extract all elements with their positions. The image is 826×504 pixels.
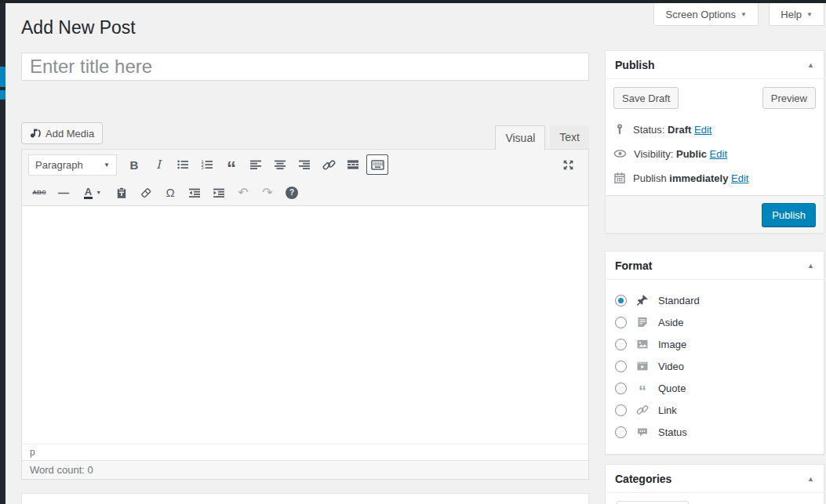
- bold-button[interactable]: B: [123, 154, 145, 175]
- radio-quote[interactable]: [615, 383, 627, 394]
- toolbar-row-2: ABC — A ▼: [28, 179, 588, 205]
- post-content-area[interactable]: [22, 206, 588, 444]
- keyboard-icon: [371, 158, 384, 172]
- media-buttons-row: Add Media Visual Text: [21, 121, 589, 149]
- format-option-link: Link: [615, 399, 814, 421]
- format-label: Quote: [658, 383, 686, 394]
- format-label: Link: [658, 404, 677, 416]
- text-color-button[interactable]: A ▼: [77, 183, 108, 203]
- add-media-label: Add Media: [45, 128, 94, 140]
- chevron-down-icon: ▼: [104, 161, 110, 169]
- publish-time-value: immediately: [669, 172, 728, 184]
- distraction-free-button[interactable]: [557, 154, 579, 175]
- format-label: Aside: [658, 317, 684, 328]
- blockquote-button[interactable]: “: [220, 154, 242, 175]
- text-color-icon: A: [84, 187, 93, 199]
- keyboard-shortcuts-button[interactable]: ?: [281, 183, 303, 203]
- calendar-icon: [613, 172, 626, 184]
- bulleted-list-button[interactable]: [172, 154, 194, 175]
- strikethrough-button[interactable]: ABC: [28, 183, 50, 203]
- pushpin-icon: [635, 294, 650, 306]
- italic-button[interactable]: I: [147, 154, 169, 175]
- tab-text-label: Text: [559, 131, 580, 143]
- format-label: Video: [658, 361, 684, 372]
- format-option-aside: Aside: [615, 311, 814, 333]
- redo-icon: ↷: [262, 185, 272, 200]
- add-new-post-page: Screen Options ▼ Help ▼ Add New Post Add…: [0, 0, 826, 504]
- outdent-icon: [188, 187, 201, 199]
- special-character-button[interactable]: Ω: [159, 183, 181, 203]
- preview-button[interactable]: Preview: [762, 87, 816, 109]
- paste-as-text-button[interactable]: [111, 183, 133, 203]
- svg-text:3: 3: [202, 165, 204, 170]
- bulleted-list-icon: [176, 158, 189, 171]
- speech-bubble-icon: [635, 426, 650, 438]
- format-panel-header[interactable]: Format ▲: [606, 252, 824, 280]
- edit-visibility-link[interactable]: Edit: [710, 148, 727, 160]
- horizontal-rule-button[interactable]: —: [53, 183, 75, 203]
- categories-panel-header[interactable]: Categories ▲: [606, 465, 824, 493]
- status-label: Status:: [633, 124, 664, 136]
- radio-aside[interactable]: [615, 317, 627, 328]
- format-option-quote: “ Quote: [615, 377, 814, 399]
- format-option-standard: Standard: [615, 289, 814, 311]
- outdent-button[interactable]: [184, 183, 206, 203]
- post-title-input[interactable]: [21, 53, 589, 81]
- next-metabox-partial: [21, 493, 589, 504]
- undo-icon: ↶: [238, 185, 248, 200]
- align-right-button[interactable]: [293, 154, 315, 175]
- link-icon: [322, 158, 336, 172]
- help-button[interactable]: Help ▼: [769, 3, 824, 26]
- eraser-icon: [140, 187, 152, 199]
- omega-icon: Ω: [166, 186, 174, 199]
- radio-standard[interactable]: [615, 295, 627, 306]
- publish-button[interactable]: Publish: [762, 203, 816, 227]
- editor-frame: Paragraph ▼ B I 123: [21, 149, 589, 480]
- editor-mode-tabs: Visual Text: [495, 125, 589, 149]
- link-chain-icon: [635, 404, 650, 416]
- edit-status-link[interactable]: Edit: [694, 124, 711, 136]
- tab-text[interactable]: Text: [550, 125, 589, 149]
- read-more-icon: [347, 158, 359, 171]
- format-panel-body: Standard Aside: [606, 280, 824, 454]
- strikethrough-icon: ABC: [32, 189, 45, 196]
- publish-time-label: Publish: [633, 172, 667, 184]
- quote-icon: “: [635, 382, 650, 394]
- tab-visual[interactable]: Visual: [495, 125, 545, 150]
- undo-button[interactable]: ↶: [232, 183, 254, 203]
- indent-button[interactable]: [208, 183, 230, 203]
- format-panel: Format ▲ Standard: [605, 251, 824, 455]
- align-left-button[interactable]: [245, 154, 267, 175]
- collapse-arrow-icon[interactable]: ▲: [807, 475, 814, 483]
- radio-image[interactable]: [615, 339, 627, 350]
- radio-video[interactable]: [615, 361, 627, 372]
- categories-tab-partial[interactable]: [617, 501, 689, 504]
- numbered-list-icon: 123: [201, 158, 213, 171]
- categories-panel-title: Categories: [615, 473, 671, 485]
- collapse-arrow-icon[interactable]: ▲: [807, 262, 814, 270]
- numbered-list-button[interactable]: 123: [196, 154, 218, 175]
- publish-panel-header[interactable]: Publish ▲: [606, 51, 824, 79]
- aside-icon: [635, 316, 650, 328]
- save-draft-button[interactable]: Save Draft: [613, 87, 679, 109]
- paragraph-format-select[interactable]: Paragraph ▼: [28, 154, 117, 176]
- collapse-arrow-icon[interactable]: ▲: [807, 61, 814, 69]
- clear-formatting-button[interactable]: [135, 183, 157, 203]
- insert-more-tag-button[interactable]: [342, 154, 364, 175]
- insert-link-button[interactable]: [318, 154, 340, 175]
- align-center-button[interactable]: [269, 154, 291, 175]
- schedule-text: Publish immediately Edit: [633, 172, 748, 184]
- radio-status[interactable]: [615, 426, 627, 438]
- italic-icon: I: [156, 158, 161, 172]
- publish-panel-title: Publish: [615, 59, 655, 71]
- screen-options-button[interactable]: Screen Options ▼: [653, 3, 759, 26]
- toolbar-toggle-button[interactable]: [366, 154, 388, 175]
- edit-schedule-link[interactable]: Edit: [731, 172, 748, 184]
- redo-button[interactable]: ↷: [257, 183, 278, 203]
- align-left-icon: [249, 158, 262, 171]
- radio-link[interactable]: [615, 404, 627, 416]
- add-media-button[interactable]: Add Media: [21, 122, 103, 144]
- format-label: Status: [658, 426, 687, 438]
- bold-icon: B: [130, 158, 139, 172]
- element-path-bar: p: [22, 444, 588, 460]
